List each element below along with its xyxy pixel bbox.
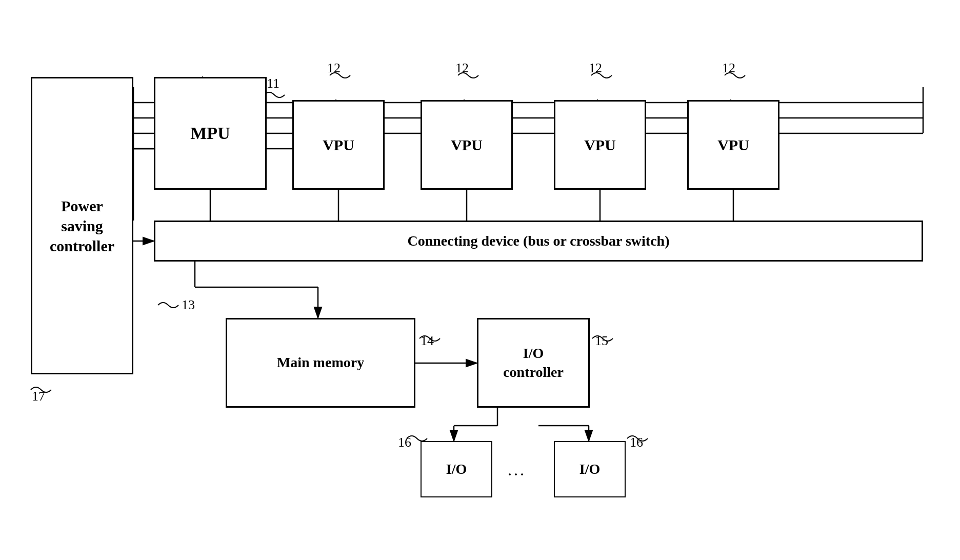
io-controller-block: I/O controller (477, 318, 590, 408)
ref-16-right-label: 16 (630, 435, 643, 450)
vpu4-label: VPU (717, 135, 749, 155)
io2-label: I/O (579, 460, 600, 478)
io2-block: I/O (554, 441, 626, 497)
ref-11-label: 11 (267, 76, 279, 91)
ref-12-vpu2-label: 12 (455, 61, 469, 76)
vpu4-block: VPU (687, 100, 779, 190)
io1-label: I/O (446, 460, 467, 478)
vpu2-block: VPU (421, 100, 513, 190)
main-memory-block: Main memory (226, 318, 415, 408)
io-controller-label: I/O controller (503, 344, 564, 382)
connecting-device-block: Connecting device (bus or crossbar switc… (154, 221, 923, 262)
power-saving-controller-block: Power saving controller (31, 77, 133, 374)
power-saving-controller-label: Power saving controller (50, 196, 114, 256)
vpu2-label: VPU (451, 135, 483, 155)
ref-12-vpu1-label: 12 (327, 61, 341, 76)
dots-label: ... (508, 461, 526, 479)
vpu1-block: VPU (292, 100, 385, 190)
io1-block: I/O (421, 441, 492, 497)
ref-16-left-label: 16 (398, 435, 411, 450)
vpu3-label: VPU (584, 135, 616, 155)
ref-14-label: 14 (421, 333, 434, 349)
mpu-block: MPU (154, 77, 267, 190)
vpu1-label: VPU (323, 135, 354, 155)
ref-13-label: 13 (182, 297, 195, 313)
mpu-label: MPU (190, 122, 230, 145)
main-memory-label: Main memory (277, 353, 364, 372)
ref-12-vpu4-label: 12 (722, 61, 735, 76)
vpu3-block: VPU (554, 100, 646, 190)
ref-15-label: 15 (595, 333, 608, 349)
ref-12-vpu3-label: 12 (589, 61, 602, 76)
connecting-device-label: Connecting device (bus or crossbar switc… (408, 232, 670, 250)
ref-17-label: 17 (32, 389, 45, 404)
diagram-container: Power saving controller MPU VPU VPU VPU … (0, 0, 960, 560)
